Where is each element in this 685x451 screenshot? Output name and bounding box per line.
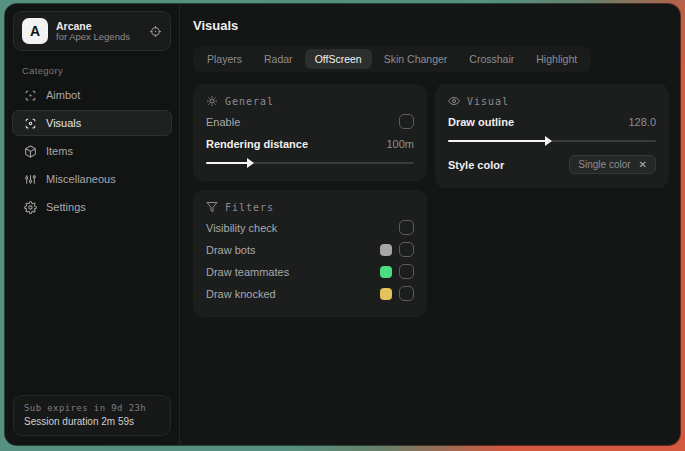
sidebar-nav: Aimbot Visuals [5, 82, 179, 220]
visual-panel: Visual Draw outline 128.0 Style color [435, 84, 669, 188]
visibility-check-checkbox[interactable] [399, 220, 414, 235]
sidebar-item-label: Miscellaneous [46, 173, 116, 185]
tab-bar: Players Radar OffScreen Skin Changer Cro… [193, 46, 591, 72]
page-title: Visuals [193, 18, 669, 33]
sidebar-item-label: Items [46, 145, 73, 157]
draw-teammates-color-swatch[interactable] [380, 266, 392, 278]
sidebar-item-aimbot[interactable]: Aimbot [12, 82, 172, 108]
draw-knocked-label: Draw knocked [206, 288, 276, 300]
draw-knocked-color-swatch[interactable] [380, 288, 392, 300]
gear-icon [23, 201, 37, 214]
filter-row: Draw teammates [206, 261, 414, 282]
draw-outline-slider[interactable] [448, 136, 656, 146]
tab-crosshair[interactable]: Crosshair [459, 49, 524, 69]
rendering-distance-label: Rendering distance [206, 138, 308, 150]
filter-row: Draw knocked [206, 283, 414, 304]
app-header-card: A Arcane for Apex Legends [13, 11, 171, 51]
session-duration-text: Session duration 2m 59s [24, 416, 160, 427]
draw-teammates-label: Draw teammates [206, 266, 289, 278]
draw-outline-label: Draw outline [448, 116, 514, 128]
draw-teammates-checkbox[interactable] [399, 264, 414, 279]
category-label: Category [22, 65, 179, 76]
sub-expires-text: Sub expires in 9d 23h [24, 403, 160, 413]
draw-outline-value: 128.0 [628, 116, 656, 128]
tab-offscreen[interactable]: OffScreen [305, 49, 372, 69]
tab-players[interactable]: Players [197, 49, 252, 69]
subscription-card: Sub expires in 9d 23h Session duration 2… [13, 395, 171, 436]
filters-panel: Filters Visibility check Draw bots [193, 190, 427, 317]
scan-eye-icon [23, 117, 37, 130]
general-panel: General Enable Rendering distance 100m [193, 84, 427, 181]
sidebar-item-visuals[interactable]: Visuals [12, 110, 172, 136]
style-color-label: Style color [448, 159, 504, 171]
app-subtitle: for Apex Legends [56, 32, 141, 43]
funnel-icon [206, 201, 218, 213]
rendering-distance-slider[interactable] [206, 158, 414, 168]
sliders-icon [23, 173, 37, 186]
main-area: Visuals Players Radar OffScreen Skin Cha… [180, 4, 680, 445]
filter-row: Visibility check [206, 217, 414, 238]
package-icon [23, 145, 37, 158]
filter-row: Draw bots [206, 239, 414, 260]
draw-bots-checkbox[interactable] [399, 242, 414, 257]
sidebar-item-items[interactable]: Items [12, 138, 172, 164]
sidebar-item-settings[interactable]: Settings [12, 194, 172, 220]
enable-label: Enable [206, 116, 240, 128]
app-logo: A [22, 18, 48, 44]
style-color-selected-value: Single color [578, 159, 630, 170]
tab-skin-changer[interactable]: Skin Changer [374, 49, 458, 69]
slider-thumb[interactable] [545, 136, 552, 146]
sidebar-item-label: Visuals [46, 117, 81, 129]
tab-radar[interactable]: Radar [254, 49, 303, 69]
clear-selection-icon[interactable]: ✕ [639, 160, 647, 170]
visual-panel-title: Visual [448, 95, 656, 107]
sidebar: A Arcane for Apex Legends Category [5, 4, 180, 445]
enable-checkbox[interactable] [399, 114, 414, 129]
app-window: A Arcane for Apex Legends Category [5, 4, 680, 445]
sidebar-item-label: Aimbot [46, 89, 80, 101]
crosshair-target-icon[interactable] [149, 25, 162, 38]
style-color-select[interactable]: Single color ✕ [569, 155, 656, 174]
visibility-check-label: Visibility check [206, 222, 277, 234]
sidebar-item-label: Settings [46, 201, 86, 213]
gear-sun-icon [206, 95, 218, 107]
filters-panel-title: Filters [206, 201, 414, 213]
slider-thumb[interactable] [247, 158, 254, 168]
draw-knocked-checkbox[interactable] [399, 286, 414, 301]
tab-highlight[interactable]: Highlight [526, 49, 587, 69]
draw-bots-label: Draw bots [206, 244, 256, 256]
app-name: Arcane [56, 20, 141, 32]
eye-icon [448, 95, 460, 107]
rendering-distance-value: 100m [386, 138, 414, 150]
sidebar-item-miscellaneous[interactable]: Miscellaneous [12, 166, 172, 192]
scan-crosshair-icon [23, 89, 37, 102]
general-panel-title: General [206, 95, 414, 107]
draw-bots-color-swatch[interactable] [380, 244, 392, 256]
